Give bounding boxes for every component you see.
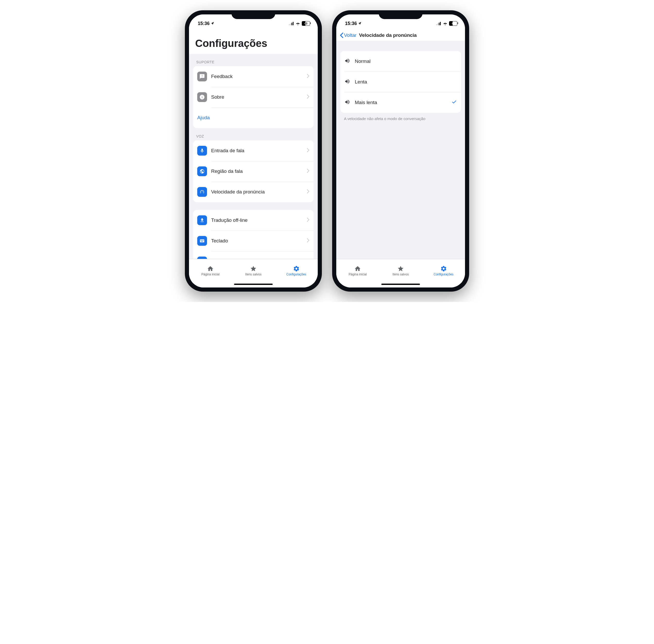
- page-title: Configurações: [189, 30, 318, 54]
- option-normal[interactable]: Normal: [341, 51, 461, 72]
- gear-icon: [440, 265, 447, 272]
- row-speech-input[interactable]: Entrada de fala: [193, 140, 313, 161]
- section-header-support: SUPORTE: [189, 54, 318, 66]
- location-icon: [211, 22, 214, 25]
- row-label: Velocidade da pronúncia: [211, 189, 303, 195]
- tab-bar: Página inicial Itens salvos Configuraçõe…: [189, 259, 318, 288]
- row-label: Teclado: [211, 238, 303, 244]
- settings-content: Configurações SUPORTE Feedback Sobre: [189, 30, 318, 259]
- option-label: Lenta: [355, 79, 457, 85]
- tab-settings[interactable]: Configurações: [422, 259, 465, 282]
- svg-rect-0: [289, 24, 290, 25]
- notch: [379, 10, 422, 19]
- speed-options-card: Normal Lenta Mais lenta: [341, 51, 461, 113]
- gear-icon: [293, 265, 300, 272]
- location-icon: [358, 22, 361, 25]
- wifi-icon: [296, 22, 300, 25]
- row-feedback[interactable]: Feedback: [193, 66, 313, 87]
- row-help[interactable]: Ajuda: [193, 108, 313, 128]
- status-time: 15:36: [345, 21, 357, 26]
- mic-icon: [197, 146, 207, 156]
- row-default-apps[interactable]: Apps padrão: [193, 251, 313, 259]
- voice-card: Entrada de fala Região da fala Velocidad…: [193, 140, 313, 202]
- tab-label: Página inicial: [349, 273, 367, 276]
- row-keyboard[interactable]: Teclado: [193, 231, 313, 251]
- row-speech-region[interactable]: Região da fala: [193, 161, 313, 182]
- wifi-icon: [443, 22, 447, 25]
- tab-label: Itens salvos: [392, 273, 408, 276]
- row-about[interactable]: Sobre: [193, 87, 313, 108]
- battery-icon: 43: [449, 21, 457, 26]
- tab-label: Itens salvos: [245, 273, 261, 276]
- feedback-icon: [197, 72, 207, 82]
- row-label: Ajuda: [197, 115, 309, 120]
- notch: [232, 10, 275, 19]
- option-label: Mais lenta: [355, 100, 447, 105]
- section-header-voice: VOZ: [189, 128, 318, 140]
- nav-header: Voltar Velocidade da pronúncia: [336, 30, 465, 41]
- speaker-icon: [345, 99, 350, 106]
- star-icon: [397, 265, 404, 272]
- phone-frame-right: 15:36 43 Voltar Velocidade da pronún: [332, 10, 469, 292]
- status-time: 15:36: [198, 21, 210, 26]
- row-label: Feedback: [211, 74, 303, 79]
- tab-home[interactable]: Página inicial: [189, 259, 232, 282]
- back-label: Voltar: [344, 32, 357, 38]
- tab-label: Página inicial: [201, 273, 219, 276]
- chevron-right-icon: [307, 189, 309, 194]
- signal-icon: [436, 22, 441, 25]
- home-indicator[interactable]: [234, 284, 273, 285]
- chevron-right-icon: [307, 238, 309, 244]
- tab-bar: Página inicial Itens salvos Configuraçõe…: [336, 259, 465, 288]
- speed-content: Normal Lenta Mais lenta: [336, 41, 465, 259]
- option-slower[interactable]: Mais lenta: [341, 92, 461, 113]
- chevron-right-icon: [307, 148, 309, 153]
- keyboard-icon: [197, 236, 207, 246]
- tab-home[interactable]: Página inicial: [336, 259, 379, 282]
- svg-rect-6: [439, 23, 440, 25]
- svg-rect-5: [438, 23, 438, 25]
- row-label: Região da fala: [211, 168, 303, 174]
- row-speech-speed[interactable]: Velocidade da pronúncia: [193, 182, 313, 202]
- chevron-right-icon: [307, 74, 309, 79]
- row-label: Sobre: [211, 94, 303, 100]
- tab-label: Configurações: [286, 273, 306, 276]
- check-icon: [452, 99, 457, 106]
- footer-note: A velocidade não afeta o modo de convers…: [336, 113, 465, 124]
- home-indicator[interactable]: [381, 284, 420, 285]
- support-card: Feedback Sobre Ajuda: [193, 66, 313, 128]
- star-icon: [250, 265, 257, 272]
- home-icon: [354, 265, 361, 272]
- speedometer-icon: [197, 187, 207, 197]
- row-offline[interactable]: Tradução off-line: [193, 210, 313, 231]
- globe-icon: [197, 166, 207, 176]
- battery-icon: 43: [302, 21, 310, 26]
- home-icon: [207, 265, 214, 272]
- info-icon: [197, 92, 207, 102]
- chevron-right-icon: [307, 218, 309, 223]
- signal-icon: [289, 22, 294, 25]
- chevron-right-icon: [307, 169, 309, 174]
- row-label: Entrada de fala: [211, 148, 303, 154]
- svg-rect-3: [293, 22, 294, 25]
- svg-rect-1: [290, 23, 291, 25]
- phone-frame-left: 15:36 43 Configurações SUPORTE: [185, 10, 322, 292]
- tab-settings[interactable]: Configurações: [275, 259, 318, 282]
- tab-saved[interactable]: Itens salvos: [379, 259, 422, 282]
- chevron-left-icon: [340, 32, 344, 38]
- svg-rect-2: [291, 23, 292, 25]
- svg-rect-7: [440, 22, 441, 25]
- chevron-right-icon: [307, 95, 309, 100]
- exit-icon: [197, 257, 207, 259]
- download-icon: [197, 215, 207, 225]
- option-label: Normal: [355, 59, 457, 64]
- option-slow[interactable]: Lenta: [341, 72, 461, 92]
- misc-card: Tradução off-line Teclado Apps padrão: [193, 210, 313, 259]
- tab-saved[interactable]: Itens salvos: [232, 259, 275, 282]
- back-button[interactable]: Voltar: [340, 32, 357, 38]
- speaker-icon: [345, 78, 350, 85]
- svg-rect-4: [436, 24, 437, 25]
- tab-label: Configurações: [434, 273, 453, 276]
- row-label: Tradução off-line: [211, 217, 303, 223]
- speaker-icon: [345, 58, 350, 65]
